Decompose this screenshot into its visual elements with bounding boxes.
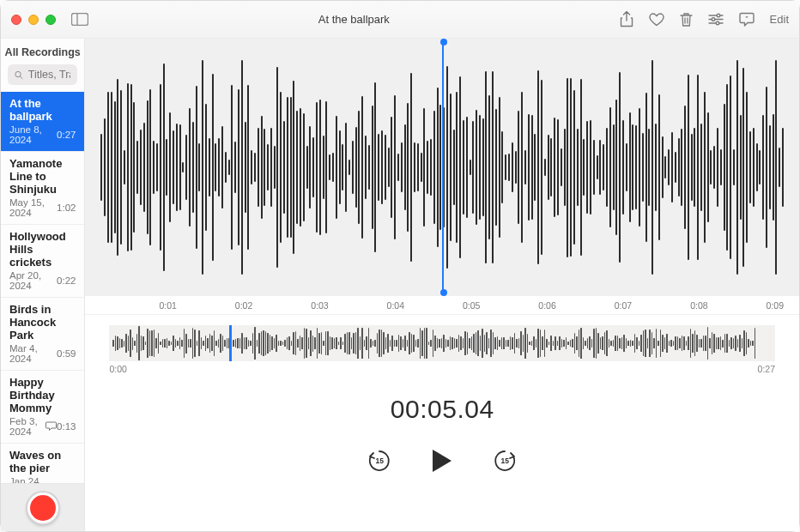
recording-name: Waves on the pier — [9, 449, 76, 475]
recording-item[interactable]: Yamanote Line to ShinjukuMay 15, 20241:0… — [1, 152, 84, 225]
overview-end-time: 0:27 — [758, 364, 775, 374]
main-pane: 0:010:020:030:040:050:060:070:080:09 0:0… — [85, 39, 799, 531]
playback-controls: 15 15 — [85, 448, 799, 474]
ruler-tick: 0:07 — [615, 300, 632, 311]
toolbar-right: ” Edit — [620, 11, 789, 27]
recording-date: Feb 3, 2024 — [9, 416, 57, 437]
record-button[interactable] — [27, 493, 58, 523]
app-window: At the ballpark ” Edit All Recordings At… — [0, 0, 800, 532]
close-window-button[interactable] — [11, 15, 21, 25]
recording-item[interactable]: Happy Birthday MommyFeb 3, 20240:13 — [1, 371, 84, 444]
playback-time: 00:05.04 — [85, 395, 799, 424]
recording-date: June 8, 2024 — [9, 124, 57, 145]
zoom-window-button[interactable] — [45, 15, 56, 25]
recording-name: Happy Birthday Mommy — [9, 376, 76, 414]
overview-playhead[interactable] — [229, 325, 232, 361]
search-icon — [15, 70, 23, 81]
window-controls — [11, 15, 56, 25]
recording-duration: 0:22 — [57, 275, 76, 286]
transcript-button[interactable]: ” — [739, 12, 755, 27]
svg-line-10 — [20, 76, 22, 79]
sidebar: All Recordings At the ballparkJune 8, 20… — [1, 39, 85, 531]
search-input[interactable] — [28, 69, 71, 81]
ruler-tick: 0:09 — [767, 300, 784, 311]
ruler-tick: 0:03 — [311, 300, 328, 311]
svg-text:”: ” — [745, 15, 748, 21]
svg-point-5 — [717, 14, 720, 17]
delete-button[interactable] — [680, 12, 693, 27]
recording-name: At the ballpark — [9, 97, 76, 123]
recording-item[interactable]: Hollywood Hills cricketsApr 20, 20240:22 — [1, 225, 84, 298]
recording-duration: 0:13 — [57, 421, 76, 432]
recording-item[interactable]: At the ballparkJune 8, 20240:27 — [1, 92, 84, 152]
recording-duration: 0:27 — [57, 130, 76, 140]
recording-item[interactable]: Waves on the pierJan 24, 20240:28 — [1, 444, 84, 483]
ruler-tick: 0:08 — [690, 300, 707, 311]
recording-item[interactable]: Birds in Hancock ParkMar 4, 20240:59 — [1, 298, 84, 371]
recording-name: Hollywood Hills crickets — [9, 230, 76, 269]
ruler-tick: 0:01 — [159, 300, 176, 311]
svg-rect-0 — [72, 14, 88, 26]
overview-start-time: 0:00 — [109, 364, 126, 374]
play-button[interactable] — [430, 448, 454, 474]
playback-settings-button[interactable] — [708, 13, 724, 26]
titlebar: At the ballpark ” Edit — [1, 1, 799, 39]
recording-duration: 1:02 — [57, 203, 76, 213]
skip-forward-button[interactable]: 15 — [492, 448, 518, 474]
favorite-button[interactable] — [649, 13, 664, 27]
sidebar-header: All Recordings — [1, 39, 84, 64]
transcript-badge-icon — [45, 421, 57, 432]
waveform-overview[interactable] — [109, 325, 775, 361]
svg-point-6 — [712, 18, 715, 21]
playhead[interactable] — [442, 42, 444, 293]
search-field[interactable] — [8, 64, 77, 85]
ruler-tick: 0:06 — [538, 300, 555, 311]
recording-date: Mar 4, 2024 — [9, 343, 57, 364]
skip-back-button[interactable]: 15 — [367, 448, 392, 474]
recording-name: Yamanote Line to Shinjuku — [9, 157, 76, 196]
record-footer — [1, 483, 84, 531]
time-ruler: 0:010:020:030:040:050:060:070:080:09 — [85, 296, 799, 315]
edit-button[interactable]: Edit — [770, 13, 789, 26]
ruler-tick: 0:05 — [463, 300, 480, 311]
sidebar-toggle-button[interactable] — [71, 13, 88, 26]
window-title: At the ballpark — [88, 13, 620, 26]
waveform-detail[interactable] — [85, 39, 799, 296]
svg-point-7 — [716, 21, 719, 25]
ruler-tick: 0:04 — [387, 300, 404, 311]
ruler-tick: 0:02 — [235, 300, 252, 311]
minimize-window-button[interactable] — [28, 15, 39, 25]
recording-date: Apr 20, 2024 — [9, 270, 57, 291]
recording-duration: 0:59 — [57, 348, 76, 359]
waveform-overview-section: 0:00 0:27 — [85, 315, 799, 376]
share-button[interactable] — [620, 11, 633, 27]
recording-date: May 15, 2024 — [9, 197, 57, 218]
recording-name: Birds in Hancock Park — [9, 303, 76, 342]
recording-date: Jan 24, 2024 — [9, 476, 57, 483]
recordings-list: At the ballparkJune 8, 20240:27Yamanote … — [1, 92, 84, 483]
